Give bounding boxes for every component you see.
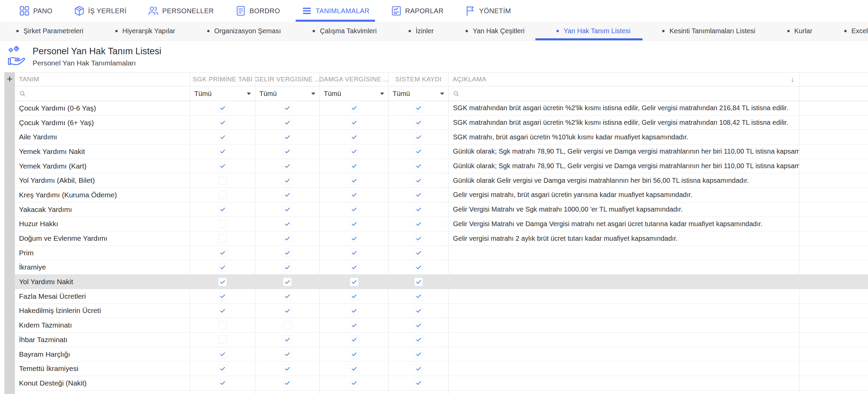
sistem-checkbox[interactable]	[414, 335, 423, 344]
gelir-checkbox[interactable]	[283, 365, 292, 373]
sgk-checkbox[interactable]	[218, 350, 227, 358]
table-row[interactable]: Kreş Yardımı (Kuruma Ödeme)Gelir vergisi…	[15, 188, 868, 202]
gelir-checkbox[interactable]	[283, 263, 292, 272]
subtab-4[interactable]: Çalışma Takvimleri	[313, 22, 376, 40]
table-row[interactable]: Yol Yardımı (Akbil, Bilet)Günlük olarak …	[15, 173, 868, 188]
table-row[interactable]: Yakacak YardımıGelir Vergisi Matrahı ve …	[15, 202, 868, 217]
sgk-checkbox[interactable]	[218, 176, 227, 185]
damga-checkbox[interactable]	[350, 191, 358, 199]
sistem-checkbox[interactable]	[414, 118, 423, 127]
gelir-checkbox[interactable]	[283, 147, 292, 156]
column-header-sgk[interactable]: SGK PRİMİNE TABİ	[190, 73, 255, 86]
nav-item-reports[interactable]: RAPORLAR	[391, 0, 443, 22]
sistem-checkbox[interactable]	[414, 191, 423, 199]
gelir-checkbox[interactable]	[283, 176, 292, 185]
table-row[interactable]: Temettü İkramiyesi	[15, 361, 868, 376]
damga-checkbox[interactable]	[350, 307, 358, 315]
sistem-checkbox[interactable]	[414, 379, 423, 387]
aciklama-search-filter[interactable]	[449, 86, 800, 101]
damga-filter-dropdown[interactable]: Tümü	[320, 86, 389, 101]
sistem-checkbox[interactable]	[414, 176, 423, 185]
sistem-checkbox[interactable]	[414, 205, 423, 214]
sgk-checkbox[interactable]	[218, 292, 227, 300]
sistem-checkbox[interactable]	[414, 234, 423, 243]
nav-item-people[interactable]: PERSONELLER	[147, 0, 214, 22]
damga-checkbox[interactable]	[350, 249, 358, 257]
damga-checkbox[interactable]	[350, 133, 358, 141]
add-row-button[interactable]: +	[4, 72, 15, 86]
gelir-checkbox[interactable]	[283, 118, 292, 127]
sistem-checkbox[interactable]	[414, 220, 423, 228]
nav-item-definitions[interactable]: TANIMLAMALAR	[301, 0, 370, 22]
column-header-aciklama[interactable]: AÇIKLAMA ↓	[449, 73, 800, 86]
sgk-filter-dropdown[interactable]: Tümü	[190, 86, 255, 101]
nav-item-payroll[interactable]: BORDRO	[235, 0, 280, 22]
sgk-checkbox[interactable]	[218, 335, 227, 344]
column-header-tanim[interactable]: TANIM	[15, 73, 190, 86]
damga-checkbox[interactable]	[350, 278, 358, 286]
gelir-checkbox[interactable]	[283, 292, 292, 300]
damga-checkbox[interactable]	[350, 321, 358, 330]
gelir-checkbox[interactable]	[283, 379, 292, 387]
sistem-checkbox[interactable]	[414, 162, 423, 170]
table-row[interactable]: Aile YardımıSGK matrahı, brüt asgari ücr…	[15, 130, 868, 144]
sistem-checkbox[interactable]	[414, 147, 423, 156]
subtab-7[interactable]: Yan Hak Tanım Listesi	[556, 22, 630, 40]
damga-checkbox[interactable]	[350, 176, 358, 185]
sgk-checkbox[interactable]	[218, 191, 227, 199]
gelir-checkbox[interactable]	[283, 104, 292, 112]
damga-checkbox[interactable]	[350, 205, 358, 214]
column-header-damga[interactable]: DAMGA VERGİSİNE ...	[320, 73, 389, 86]
table-row[interactable]: Konut Desteği (Nakit)	[15, 376, 868, 391]
damga-checkbox[interactable]	[350, 118, 358, 127]
sgk-checkbox[interactable]	[218, 234, 227, 243]
gelir-checkbox[interactable]	[283, 335, 292, 344]
gelir-checkbox[interactable]	[283, 321, 292, 330]
damga-checkbox[interactable]	[350, 104, 358, 112]
damga-checkbox[interactable]	[350, 365, 358, 373]
sistem-checkbox[interactable]	[414, 365, 423, 373]
sgk-checkbox[interactable]	[218, 133, 227, 141]
damga-checkbox[interactable]	[350, 147, 358, 156]
sgk-checkbox[interactable]	[218, 278, 227, 286]
table-row[interactable]: Kıdem Tazminatı	[15, 318, 868, 333]
damga-checkbox[interactable]	[350, 350, 358, 358]
sgk-checkbox[interactable]	[218, 220, 227, 228]
gelir-checkbox[interactable]	[283, 249, 292, 257]
damga-checkbox[interactable]	[350, 162, 358, 170]
sistem-checkbox[interactable]	[414, 104, 423, 112]
table-row[interactable]: Hakedilmiş İzinlerin Ücreti	[15, 304, 868, 318]
subtab-2[interactable]: Hiyerarşik Yapılar	[115, 22, 175, 40]
table-row[interactable]: Yemek Yardımı NakitGünlük olarak; Sgk ma…	[15, 144, 868, 159]
sgk-checkbox[interactable]	[218, 162, 227, 170]
damga-checkbox[interactable]	[350, 379, 358, 387]
damga-checkbox[interactable]	[350, 220, 358, 228]
gelir-checkbox[interactable]	[283, 350, 292, 358]
sgk-checkbox[interactable]	[218, 249, 227, 257]
subtab-8[interactable]: Kesinti Tanımlamaları Listesi	[662, 22, 755, 40]
subtab-10[interactable]: Excel'den İcmal Aktarımı Yan H	[844, 22, 868, 40]
damga-checkbox[interactable]	[350, 335, 358, 344]
damga-checkbox[interactable]	[350, 292, 358, 300]
damga-checkbox[interactable]	[350, 234, 358, 243]
table-row[interactable]: Yemek Yardımı (Kart)Günlük olarak; Sgk m…	[15, 159, 868, 174]
table-row[interactable]: İkramiye	[15, 260, 868, 275]
gelir-checkbox[interactable]	[283, 307, 292, 315]
column-header-sistem[interactable]: SİSTEM KAYDI	[389, 73, 449, 86]
gelir-filter-dropdown[interactable]: Tümü	[255, 86, 320, 101]
subtab-5[interactable]: İzinler	[409, 22, 434, 40]
column-header-gelir[interactable]: GELİR VERGİSİNE ...	[255, 73, 320, 86]
table-row[interactable]: Prim	[15, 246, 868, 260]
sistem-checkbox[interactable]	[414, 350, 423, 358]
sistem-checkbox[interactable]	[414, 321, 423, 330]
sgk-checkbox[interactable]	[218, 205, 227, 214]
sgk-checkbox[interactable]	[218, 263, 227, 272]
nav-item-dashboard[interactable]: PANO	[19, 0, 53, 22]
sistem-checkbox[interactable]	[414, 133, 423, 141]
sort-arrow-down-icon[interactable]: ↓	[791, 75, 794, 84]
sgk-checkbox[interactable]	[218, 379, 227, 387]
table-row[interactable]: Çocuk Yardımı (6+ Yaş)SGK matrahından br…	[15, 116, 868, 130]
tanim-search-filter[interactable]	[15, 86, 190, 101]
sgk-checkbox[interactable]	[218, 147, 227, 156]
sistem-filter-dropdown[interactable]: Tümü	[389, 86, 449, 101]
